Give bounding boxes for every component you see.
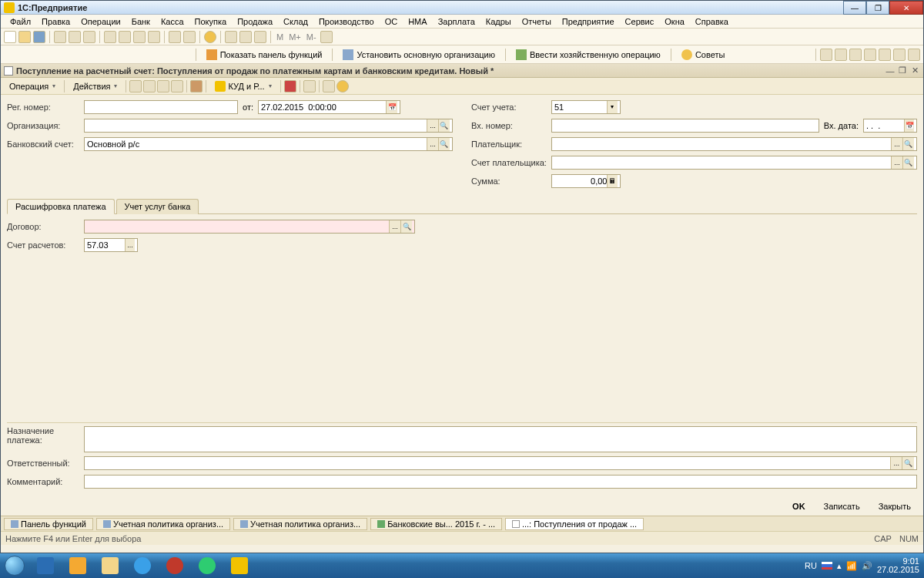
task-ie[interactable] xyxy=(127,555,158,576)
menu-help[interactable]: Справка xyxy=(691,16,733,27)
doc-restore-button[interactable]: ❐ xyxy=(897,66,908,76)
in-num-input[interactable] xyxy=(551,119,819,133)
acc-calc-select-button[interactable]: ... xyxy=(125,239,135,251)
menu-nma[interactable]: НМА xyxy=(403,16,431,27)
report-icon[interactable] xyxy=(239,31,252,43)
journal-icon[interactable] xyxy=(254,31,266,43)
resp-select-button[interactable]: ... xyxy=(890,457,902,469)
tab-payment-details[interactable]: Расшифровка платежа xyxy=(7,199,115,214)
wtab-bank[interactable]: Банковские вы... 2015 г. - ... xyxy=(370,518,502,530)
chart-icon[interactable] xyxy=(225,31,237,43)
kud-dropdown[interactable]: КУД и Р... xyxy=(209,79,276,94)
rt-icon-3[interactable] xyxy=(849,49,862,61)
task-green[interactable] xyxy=(192,555,223,576)
operation-dropdown[interactable]: Операция xyxy=(4,79,61,93)
write-button[interactable]: Записать xyxy=(818,500,866,512)
responsible-input[interactable]: ...🔍 xyxy=(84,456,917,470)
tray-safe-icon[interactable]: ▴ xyxy=(837,561,842,571)
resp-search-icon[interactable]: 🔍 xyxy=(902,457,914,469)
wtab-current[interactable]: ...: Поступления от продаж ... xyxy=(505,518,644,530)
task-mail[interactable] xyxy=(62,555,93,576)
new-icon[interactable] xyxy=(4,31,16,43)
bank-select-button[interactable]: ... xyxy=(427,138,438,150)
task-opera[interactable] xyxy=(159,555,190,576)
menu-warehouse[interactable]: Склад xyxy=(279,16,313,27)
tab-bank-services[interactable]: Учет услуг банка xyxy=(116,199,199,214)
rt-icon-5[interactable] xyxy=(879,49,891,61)
menu-bank[interactable]: Банк xyxy=(127,16,155,27)
doc-structure-icon[interactable] xyxy=(190,80,203,92)
doc-cancel-icon[interactable] xyxy=(157,80,169,92)
rt-icon-1[interactable] xyxy=(820,49,832,61)
in-date-picker-icon[interactable]: 📅 xyxy=(904,119,914,132)
wtab-policy1[interactable]: Учетная политика организ... xyxy=(96,518,230,530)
menu-reports[interactable]: Отчеты xyxy=(517,16,556,27)
menu-edit[interactable]: Правка xyxy=(37,16,75,27)
org-select-button[interactable]: ... xyxy=(427,119,438,132)
sum-input[interactable]: 🖩 xyxy=(551,174,621,188)
rt-icon-6[interactable] xyxy=(893,49,906,61)
ok-button[interactable]: OK xyxy=(786,500,812,512)
contract-search-icon[interactable]: 🔍 xyxy=(400,220,412,233)
menu-sale[interactable]: Продажа xyxy=(233,16,277,27)
set-org-button[interactable]: Установить основную организацию xyxy=(337,47,500,62)
show-panel-button[interactable]: Показать панель функций xyxy=(201,47,328,62)
print-icon[interactable] xyxy=(104,31,116,43)
close-doc-button[interactable]: Закрыть xyxy=(872,500,917,512)
task-explorer[interactable] xyxy=(95,555,126,576)
contract-select-button[interactable]: ... xyxy=(389,220,400,233)
start-button[interactable] xyxy=(0,553,29,578)
tray-flag-icon[interactable] xyxy=(822,562,832,570)
tray-net-icon[interactable]: 📶 xyxy=(846,561,857,571)
doc-basis-icon[interactable] xyxy=(171,80,183,92)
open-icon[interactable] xyxy=(18,31,31,43)
task-tc[interactable] xyxy=(30,555,61,576)
doc-dt-kt-icon[interactable] xyxy=(284,80,296,92)
calc-icon[interactable] xyxy=(169,31,181,43)
doc-report-icon[interactable] xyxy=(303,80,316,92)
in-date-input[interactable]: 📅 xyxy=(863,119,917,133)
menu-windows[interactable]: Окна xyxy=(660,16,689,27)
calendar-icon[interactable] xyxy=(183,31,196,43)
tips-button[interactable]: Советы xyxy=(676,47,730,62)
menu-purchase[interactable]: Покупка xyxy=(190,16,232,27)
actions-dropdown[interactable]: Действия xyxy=(68,79,122,93)
payer-acc-select-button[interactable]: ... xyxy=(891,156,902,169)
titlebar[interactable]: 1С:Предприятие — ❐ ✕ xyxy=(1,1,923,15)
rt-icon-4[interactable] xyxy=(864,49,876,61)
redo-icon[interactable] xyxy=(133,31,146,43)
wtab-panel[interactable]: Панель функций xyxy=(4,518,93,530)
menu-service[interactable]: Сервис xyxy=(621,16,659,27)
reg-num-input[interactable] xyxy=(84,100,238,114)
paste-icon[interactable] xyxy=(83,31,95,43)
contract-input[interactable]: ...🔍 xyxy=(84,220,415,234)
undo-icon[interactable] xyxy=(119,31,131,43)
acc-calc-input[interactable]: ... xyxy=(84,238,138,252)
cut-icon[interactable] xyxy=(54,31,66,43)
bank-acc-input[interactable]: ...🔍 xyxy=(84,137,453,151)
menu-salary[interactable]: Зарплата xyxy=(434,16,480,27)
payer-acc-search-icon[interactable]: 🔍 xyxy=(902,156,914,169)
doc-help-icon[interactable] xyxy=(336,80,349,92)
copy-icon[interactable] xyxy=(69,31,81,43)
purpose-textarea[interactable] xyxy=(84,426,917,452)
settings-icon[interactable] xyxy=(320,31,333,43)
comment-input[interactable] xyxy=(84,475,917,489)
help-icon[interactable] xyxy=(204,31,216,43)
doc-minimize-button[interactable]: — xyxy=(885,66,896,76)
doc-close-button[interactable]: ✕ xyxy=(909,66,920,76)
menu-cash[interactable]: Касса xyxy=(156,16,189,27)
enter-operation-button[interactable]: Ввести хозяйственную операцию xyxy=(511,47,666,62)
tray-lang[interactable]: RU xyxy=(805,561,817,570)
payer-input[interactable]: ...🔍 xyxy=(551,137,917,151)
tray-clock[interactable]: 9:01 27.02.2015 xyxy=(877,557,919,574)
rt-icon-2[interactable] xyxy=(835,49,847,61)
task-1c[interactable] xyxy=(224,555,255,576)
calendar-picker-icon[interactable]: 📅 xyxy=(386,101,397,113)
find-icon[interactable] xyxy=(148,31,160,43)
close-button[interactable]: ✕ xyxy=(889,1,923,15)
payer-search-icon[interactable]: 🔍 xyxy=(902,138,914,150)
minimize-button[interactable]: — xyxy=(843,1,866,15)
payer-acc-input[interactable]: ...🔍 xyxy=(551,156,917,170)
wtab-policy2[interactable]: Учетная политика организ... xyxy=(233,518,367,530)
